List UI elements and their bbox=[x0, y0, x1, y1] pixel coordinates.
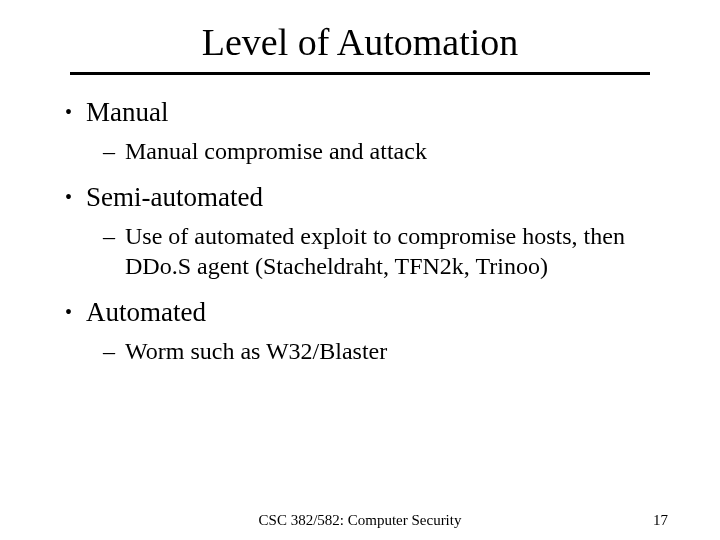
bullet-marker-icon: • bbox=[65, 182, 72, 212]
bullet-label: Manual bbox=[86, 97, 168, 128]
sub-bullet-manual: – Manual compromise and attack bbox=[103, 136, 670, 166]
sub-bullet-text: Worm such as W32/Blaster bbox=[125, 336, 670, 366]
slide-content: • Manual – Manual compromise and attack … bbox=[50, 97, 670, 366]
slide: Level of Automation • Manual – Manual co… bbox=[0, 0, 720, 540]
slide-title: Level of Automation bbox=[50, 20, 670, 64]
bullet-semi-automated: • Semi-automated bbox=[65, 182, 670, 213]
sub-bullet-text: Manual compromise and attack bbox=[125, 136, 670, 166]
dash-marker-icon: – bbox=[103, 136, 115, 166]
bullet-manual: • Manual bbox=[65, 97, 670, 128]
sub-bullet-automated: – Worm such as W32/Blaster bbox=[103, 336, 670, 366]
footer-page-number: 17 bbox=[653, 512, 668, 529]
bullet-automated: • Automated bbox=[65, 297, 670, 328]
bullet-marker-icon: • bbox=[65, 97, 72, 127]
bullet-label: Automated bbox=[86, 297, 206, 328]
sub-bullet-text: Use of automated exploit to compromise h… bbox=[125, 221, 670, 281]
dash-marker-icon: – bbox=[103, 221, 115, 251]
sub-bullet-semi-automated: – Use of automated exploit to compromise… bbox=[103, 221, 670, 281]
bullet-marker-icon: • bbox=[65, 297, 72, 327]
footer-course: CSC 382/582: Computer Security bbox=[259, 512, 462, 529]
dash-marker-icon: – bbox=[103, 336, 115, 366]
title-underline bbox=[70, 72, 650, 75]
bullet-label: Semi-automated bbox=[86, 182, 263, 213]
